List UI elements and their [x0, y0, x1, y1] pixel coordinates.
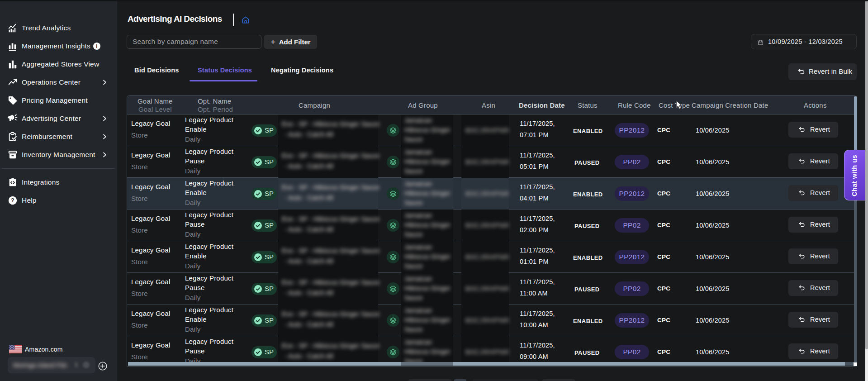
svg-text:?: ?: [11, 197, 14, 204]
